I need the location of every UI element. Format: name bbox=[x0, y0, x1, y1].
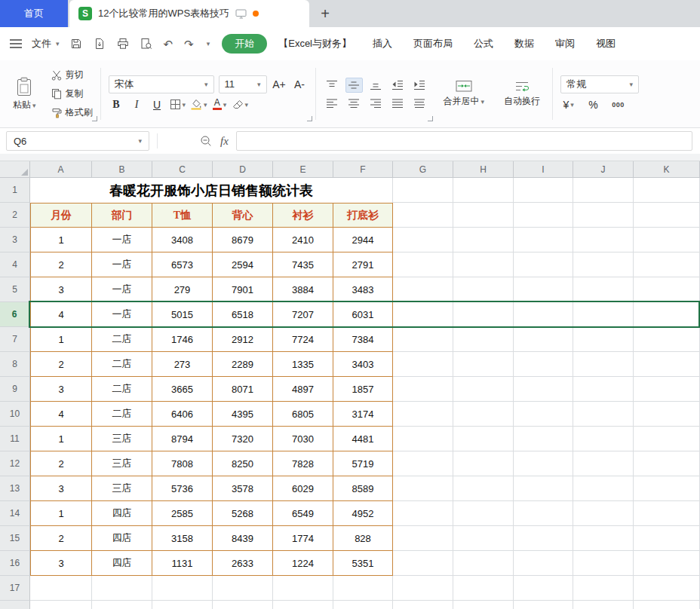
row-header-12[interactable]: 12 bbox=[0, 451, 30, 476]
cell-I1[interactable] bbox=[514, 178, 573, 203]
print-icon[interactable] bbox=[117, 38, 129, 50]
cell-C14[interactable]: 2585 bbox=[152, 501, 213, 526]
cell-H10[interactable] bbox=[453, 402, 514, 427]
cell-K9[interactable] bbox=[634, 377, 700, 402]
cell-E16[interactable]: 1224 bbox=[273, 551, 333, 576]
cell-J16[interactable] bbox=[573, 551, 634, 576]
cell-G3[interactable] bbox=[393, 228, 453, 252]
cell-E10[interactable]: 6805 bbox=[273, 402, 333, 427]
cell-K1[interactable] bbox=[634, 178, 700, 203]
row-header-14[interactable]: 14 bbox=[0, 501, 30, 526]
file-menu-button[interactable]: 文件 ▾ bbox=[32, 37, 60, 50]
cell-B6[interactable]: 一店 bbox=[92, 302, 152, 327]
cell-K14[interactable] bbox=[634, 501, 700, 526]
cell-K5[interactable] bbox=[634, 277, 700, 302]
align-right-button[interactable] bbox=[367, 96, 385, 111]
cell-K10[interactable] bbox=[634, 402, 700, 427]
cell-F10[interactable]: 3174 bbox=[333, 402, 393, 427]
column-header-A[interactable]: A bbox=[30, 161, 92, 177]
column-header-G[interactable]: G bbox=[393, 161, 453, 177]
cell-B16[interactable]: 四店 bbox=[92, 551, 152, 576]
font-color-button[interactable]: A ▾ bbox=[212, 96, 228, 113]
cell-G14[interactable] bbox=[393, 501, 453, 526]
cell-A4[interactable]: 2 bbox=[30, 252, 92, 277]
column-header-C[interactable]: C bbox=[152, 161, 213, 177]
cell-G15[interactable] bbox=[393, 526, 453, 551]
underline-button[interactable]: U bbox=[149, 96, 165, 113]
cell-J13[interactable] bbox=[573, 476, 634, 501]
undo-icon[interactable]: ↶ bbox=[164, 38, 173, 50]
cell-A13[interactable]: 3 bbox=[30, 476, 92, 501]
cell-J8[interactable] bbox=[573, 352, 634, 377]
decrease-indent-button[interactable] bbox=[389, 78, 407, 93]
cell-E4[interactable]: 7435 bbox=[273, 252, 333, 277]
column-header-F[interactable]: F bbox=[333, 161, 393, 177]
cell-K16[interactable] bbox=[634, 551, 700, 576]
cell-J4[interactable] bbox=[573, 252, 634, 277]
name-box[interactable]: Q6 ▾ bbox=[6, 131, 149, 151]
dialog-launcher-icon[interactable] bbox=[92, 116, 97, 121]
cell-G18[interactable] bbox=[393, 601, 453, 609]
cell-B14[interactable]: 四店 bbox=[92, 501, 152, 526]
row-header-7[interactable]: 7 bbox=[0, 327, 30, 352]
cell-J5[interactable] bbox=[573, 277, 634, 302]
cell-B9[interactable]: 二店 bbox=[92, 377, 152, 402]
distributed-button[interactable] bbox=[411, 96, 428, 111]
export-pdf-icon[interactable] bbox=[94, 38, 106, 50]
align-bottom-button[interactable] bbox=[367, 78, 385, 93]
cell-H11[interactable] bbox=[453, 427, 514, 451]
cell-A17[interactable] bbox=[30, 576, 92, 601]
cell-H16[interactable] bbox=[453, 551, 514, 576]
redo-icon[interactable]: ↷ bbox=[184, 38, 194, 50]
cell-A14[interactable]: 1 bbox=[30, 501, 92, 526]
cell-B4[interactable]: 一店 bbox=[92, 252, 152, 277]
cell-D5[interactable]: 7901 bbox=[213, 277, 273, 302]
cell-C2[interactable]: T恤 bbox=[152, 203, 213, 228]
save-icon[interactable] bbox=[70, 38, 82, 50]
cell-B2[interactable]: 部门 bbox=[92, 203, 152, 228]
cell-C6[interactable]: 5015 bbox=[152, 302, 213, 327]
ribbon-tab-2[interactable]: 【Excel与财务】 bbox=[269, 34, 361, 54]
cell-G17[interactable] bbox=[393, 576, 453, 601]
cell-D14[interactable]: 5268 bbox=[213, 501, 273, 526]
cell-I7[interactable] bbox=[514, 327, 573, 352]
cell-J18[interactable] bbox=[573, 601, 634, 609]
cell-J2[interactable] bbox=[573, 203, 634, 228]
cell-I17[interactable] bbox=[514, 576, 573, 601]
cell-F6[interactable]: 6031 bbox=[333, 302, 393, 327]
cell-E17[interactable] bbox=[273, 576, 333, 601]
cell-J6[interactable] bbox=[573, 302, 634, 327]
cell-B3[interactable]: 一店 bbox=[92, 228, 152, 252]
percent-format-button[interactable]: % bbox=[585, 96, 601, 113]
cell-K8[interactable] bbox=[634, 352, 700, 377]
cell-D11[interactable]: 7320 bbox=[213, 427, 273, 451]
cell-I5[interactable] bbox=[514, 277, 573, 302]
cell-C13[interactable]: 5736 bbox=[152, 476, 213, 501]
cell-E7[interactable]: 7724 bbox=[273, 327, 333, 352]
cell-H6[interactable] bbox=[453, 302, 514, 327]
cell-J10[interactable] bbox=[573, 402, 634, 427]
cell-A15[interactable]: 2 bbox=[30, 526, 92, 551]
cell-A18[interactable] bbox=[30, 601, 92, 609]
cell-H17[interactable] bbox=[453, 576, 514, 601]
cell-C18[interactable] bbox=[152, 601, 213, 609]
cell-B7[interactable]: 二店 bbox=[92, 327, 152, 352]
cell-D13[interactable]: 3578 bbox=[213, 476, 273, 501]
cell-E2[interactable]: 衬衫 bbox=[273, 203, 333, 228]
cell-G5[interactable] bbox=[393, 277, 453, 302]
cell-J17[interactable] bbox=[573, 576, 634, 601]
align-middle-button[interactable] bbox=[345, 78, 363, 93]
row-header-2[interactable]: 2 bbox=[0, 203, 30, 228]
cell-H3[interactable] bbox=[453, 228, 514, 252]
row-header-16[interactable]: 16 bbox=[0, 551, 30, 576]
row-header-11[interactable]: 11 bbox=[0, 427, 30, 451]
row-header-18[interactable]: 18 bbox=[0, 601, 30, 609]
cell-G10[interactable] bbox=[393, 402, 453, 427]
cell-I13[interactable] bbox=[514, 476, 573, 501]
cell-G11[interactable] bbox=[393, 427, 453, 451]
cell-C17[interactable] bbox=[152, 576, 213, 601]
number-format-select[interactable]: 常规 ▾ bbox=[560, 75, 639, 93]
cell-H9[interactable] bbox=[453, 377, 514, 402]
paste-button[interactable]: 粘贴▾ bbox=[8, 77, 41, 112]
increase-font-size-button[interactable]: A+ bbox=[272, 76, 287, 93]
